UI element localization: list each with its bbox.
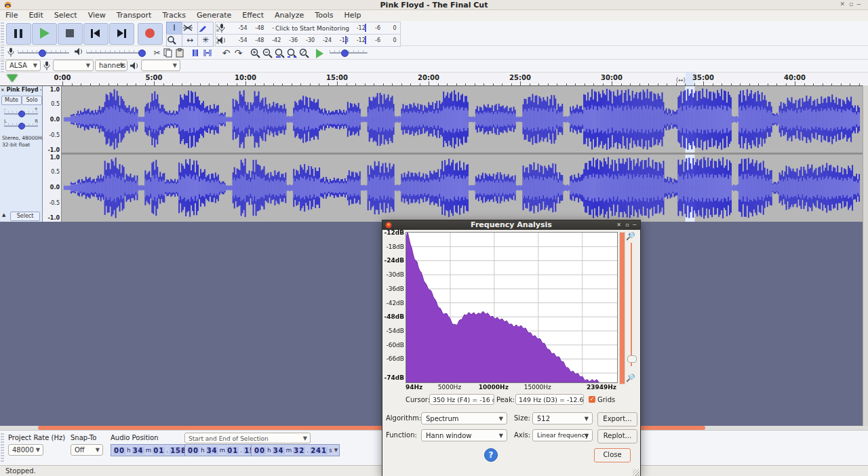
zoom-in-spectrum-icon[interactable]: 🔎+ (626, 232, 635, 241)
dialog-resize-grip[interactable] (633, 469, 639, 476)
record-meter[interactable]: LR -54-48-42-36-30-24-18-12-60Click to S… (215, 22, 401, 35)
vertical-scrollbar[interactable] (863, 85, 868, 426)
audio-host-select[interactable]: ALSA▼ (5, 60, 41, 71)
paste-button[interactable] (176, 47, 187, 59)
menu-tracks[interactable]: Tracks (157, 10, 191, 21)
zoom-tool-button[interactable] (166, 34, 182, 47)
track-close-icon[interactable]: ✕ (1, 87, 5, 93)
time-digit-group[interactable]: 32 (293, 447, 305, 454)
redo-button[interactable]: ↷ (233, 47, 244, 59)
device-toolbar-grip[interactable] (1, 60, 4, 72)
track-select-button[interactable]: Select (10, 212, 40, 221)
function-select[interactable]: Hann window▼ (421, 429, 507, 441)
time-digit-group[interactable]: 01 (153, 447, 165, 454)
selection-end-field[interactable]: 00h34m32.241s▼ (251, 444, 340, 456)
zoom-out-spectrum-icon[interactable]: 🔎- (626, 374, 635, 382)
track-name[interactable]: Pink Floyd - (6, 87, 41, 93)
export-button[interactable]: Export... (597, 412, 637, 427)
zoom-out-button[interactable] (262, 47, 274, 59)
play-volume-thumb[interactable] (138, 49, 146, 57)
menu-transport[interactable]: Transport (111, 10, 157, 21)
fit-selection-button[interactable] (275, 47, 286, 59)
window-minimize-icon[interactable]: − (856, 1, 865, 7)
envelope-tool-button[interactable] (182, 22, 198, 35)
spectrum-scrollbar[interactable] (619, 232, 625, 384)
time-digit-group[interactable]: 00 (254, 447, 266, 454)
time-digit-group[interactable]: 34 (132, 447, 144, 454)
draw-tool-button[interactable] (197, 22, 214, 35)
waveform-canvas[interactable] (62, 86, 863, 222)
record-device-select[interactable]: ▼ (53, 60, 94, 71)
trim-audio-button[interactable] (191, 47, 202, 59)
play-speed-thumb[interactable] (341, 49, 349, 57)
cut-button[interactable]: ✂ (151, 47, 163, 59)
window-close-icon[interactable]: ✕ (840, 1, 849, 7)
fit-project-button[interactable] (287, 47, 298, 59)
chevron-down-icon[interactable]: ▼ (334, 448, 338, 453)
copy-button[interactable] (163, 47, 175, 59)
record-button[interactable] (138, 23, 163, 45)
spectrum-zoom-slider[interactable] (631, 243, 632, 366)
pause-button[interactable] (6, 23, 31, 45)
algorithm-select[interactable]: Spectrum▼ (421, 412, 507, 424)
stop-button[interactable] (58, 23, 83, 45)
dialog-close-icon[interactable]: ✕ (616, 220, 621, 230)
collapse-track-icon[interactable]: ▲ (2, 212, 5, 218)
menu-select[interactable]: Select (49, 10, 83, 21)
selection-mode-select[interactable]: Start and End of Selection▼ (184, 433, 311, 443)
project-rate-select[interactable]: 48000▼ (8, 444, 43, 456)
spectrum-curve[interactable] (406, 233, 617, 382)
snap-to-select[interactable]: Off▼ (71, 444, 103, 456)
menu-tools[interactable]: Tools (309, 10, 338, 21)
menu-view[interactable]: View (83, 10, 111, 21)
solo-button[interactable]: Solo (22, 96, 42, 105)
spectrum-plot[interactable] (406, 232, 618, 383)
dialog-title-bar[interactable]: Frequency Analysis ✕ ▫ − (382, 220, 640, 230)
undo-button[interactable]: ↶ (220, 47, 232, 59)
menu-file[interactable]: File (0, 10, 23, 21)
time-digit-group[interactable]: 00 (187, 447, 199, 454)
menu-edit[interactable]: Edit (23, 10, 48, 21)
menu-effect[interactable]: Effect (237, 10, 269, 21)
skip-to-end-button[interactable] (109, 23, 134, 45)
time-digit-group[interactable]: 01 (226, 447, 239, 454)
play-at-speed-button[interactable] (316, 49, 323, 58)
skip-to-start-button[interactable] (83, 23, 108, 45)
menu-help[interactable]: Help (338, 10, 366, 21)
dialog-minimize-icon[interactable]: − (632, 220, 637, 230)
record-volume-thumb[interactable] (39, 49, 46, 57)
pan-thumb[interactable] (18, 123, 25, 130)
size-select[interactable]: 512▼ (532, 412, 593, 424)
spectrum-zoom-thumb[interactable] (627, 355, 637, 363)
record-channels-select[interactable]: hannels▼ (95, 60, 127, 71)
dialog-maximize-icon[interactable]: ▫ (626, 220, 629, 230)
axis-select[interactable]: Linear frequency▼ (532, 429, 593, 441)
time-digit-group[interactable]: 241 (310, 447, 328, 454)
timeline-pin-icon[interactable] (7, 75, 18, 82)
play-meter[interactable]: LR -54-48-42-36-30-24-18-12-60 (215, 34, 401, 47)
waveform-area[interactable] (62, 86, 863, 222)
vertical-ruler[interactable]: 1.00.50.0-0.5-1.01.00.50.0-0.5-1.0 (43, 86, 62, 222)
selection-toolbar-grip[interactable] (1, 433, 4, 463)
replot-button[interactable]: Replot... (597, 429, 637, 443)
timeshift-tool-button[interactable]: ↔ (182, 34, 198, 47)
close-button[interactable]: Close (594, 448, 631, 462)
silence-audio-button[interactable] (203, 47, 214, 59)
meter-overlay-text[interactable]: Click to Start Monitoring (274, 25, 351, 32)
selection-grab-handle-icon[interactable]: ⟨↔⟩ (676, 77, 686, 83)
grids-checkbox[interactable]: ✓ (589, 396, 595, 403)
zoom-toggle-button[interactable] (299, 47, 311, 59)
time-digit-group[interactable]: 34 (206, 447, 218, 454)
time-digit-group[interactable]: 34 (273, 447, 285, 454)
selection-tool-button[interactable]: I (166, 22, 182, 35)
multi-tool-button[interactable]: ✳ (197, 34, 214, 47)
menu-generate[interactable]: Generate (191, 10, 237, 21)
gain-thumb[interactable] (18, 111, 25, 117)
help-button[interactable]: ? (484, 448, 498, 462)
play-device-select[interactable]: ▼ (141, 60, 180, 71)
timeline-ruler[interactable]: ⟨↔⟩ 0:005:0010:0015:0020:0025:0030:0035:… (0, 73, 868, 86)
zoom-in-button[interactable] (250, 47, 262, 59)
play-button[interactable] (32, 23, 57, 45)
mixer-toolbar-grip[interactable] (1, 47, 4, 58)
transport-toolbar-grip[interactable] (1, 22, 4, 45)
